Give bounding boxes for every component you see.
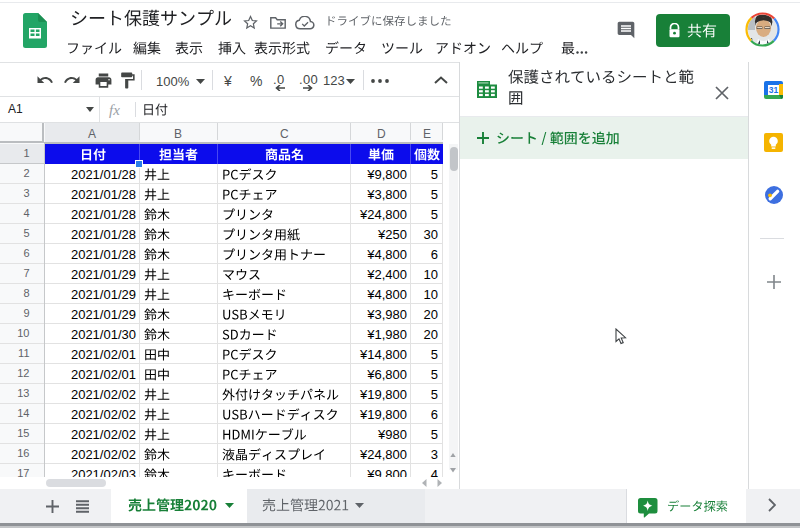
svg-text:31: 31 bbox=[769, 85, 779, 95]
